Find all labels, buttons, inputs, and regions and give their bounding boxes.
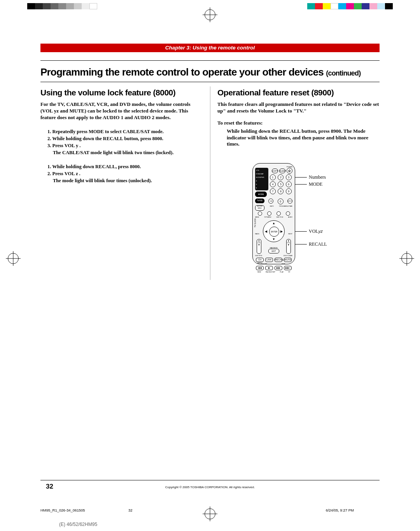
- enter-button: ENTER: [269, 227, 279, 237]
- callout-line: [295, 177, 307, 178]
- reset-step: While holding down the RECALL button, pr…: [217, 128, 380, 148]
- sleep-button: SLEEP: [279, 169, 285, 173]
- column-right: Operational feature reset (8900) This fe…: [210, 86, 380, 280]
- chrtn-button: CH RTN: [256, 258, 264, 262]
- key-100: 100: [268, 199, 273, 204]
- action-menu-button: ACTION MENU: [255, 205, 264, 211]
- key-0: 0: [278, 199, 284, 204]
- key-9: 9: [286, 188, 292, 194]
- swatch: [331, 3, 338, 9]
- ch-rocker: ▲ CH ▼: [257, 239, 261, 254]
- page-title-continued: (continued): [326, 69, 360, 77]
- swatch: [362, 3, 369, 9]
- key-4: 4: [270, 181, 276, 187]
- callout-numbers: Numbers: [309, 174, 326, 180]
- swatch: [58, 3, 66, 9]
- section-intro: For the TV, CABLE/SAT, VCR, and DVD mode…: [40, 101, 203, 121]
- swatch: [323, 3, 331, 9]
- color-button: [276, 211, 281, 216]
- skip-button: ▶▶|: [284, 266, 292, 270]
- swatch: [66, 3, 74, 9]
- footer-file: HM95_R1_026-34_061505: [40, 508, 85, 512]
- page-title: Programming the remote control to operat…: [40, 66, 380, 78]
- arrow-down-icon: ▼: [272, 237, 275, 241]
- divider: [40, 82, 380, 82]
- swatch: [315, 3, 323, 9]
- column-left: Using the volume lock feature (8000) For…: [40, 86, 210, 280]
- footer-divider: [40, 480, 380, 480]
- crosshair-top-icon: [205, 9, 215, 20]
- key-3: 3: [286, 174, 292, 180]
- swatch: [307, 3, 315, 9]
- crosshair-bottom-icon: [205, 508, 215, 519]
- back-label: BACK: [255, 233, 259, 235]
- arrow-up-icon: ▲: [272, 222, 275, 225]
- callout-recall: RECALL: [309, 241, 327, 247]
- divider: [40, 60, 380, 61]
- swatch: [74, 3, 82, 9]
- to-reset-label: To reset the features:: [217, 120, 380, 127]
- link-button: LINK: [265, 258, 273, 262]
- color-button: [267, 211, 271, 216]
- next-label: NEXT: [288, 233, 292, 235]
- step-result: The mode light will blink four times (un…: [40, 177, 203, 184]
- lock-steps: 1. Repeatedly press MODE to select CABLE…: [40, 128, 203, 156]
- unlock-steps: 1. While holding down RECALL, press 8000…: [40, 163, 203, 184]
- callout-line: [295, 244, 307, 244]
- section-heading-reset: Operational feature reset (8900): [217, 88, 380, 97]
- exit-button: EXIT: [268, 249, 279, 253]
- input-button: INPUT: [287, 199, 292, 204]
- key-7: 7: [270, 188, 276, 194]
- arrow-left-icon: ◀: [265, 230, 267, 233]
- ff-button: ▶▶: [275, 266, 282, 270]
- swatch: [51, 3, 58, 9]
- hub-panel: 1:TV 2:CBL/SAT 3:VCR/PVR 4: 5: 6:: [255, 168, 268, 190]
- swatch: [385, 3, 393, 9]
- step: 3. Press VOL y .: [40, 142, 203, 149]
- step: 1. Repeatedly press MODE to select CABLE…: [40, 128, 203, 135]
- swatch: [377, 3, 385, 9]
- chapter-header: Chapter 3: Using the remote control: [40, 44, 380, 52]
- swatch: [43, 3, 51, 9]
- callout-line: [295, 231, 307, 232]
- recall-button: RECALL: [275, 258, 282, 262]
- footer-page-sub: 32: [128, 508, 133, 512]
- tvvid-button: TV/VID: [255, 199, 264, 203]
- copyright: Copyright © 2005 TOSHIBA CORPORATION. Al…: [0, 485, 420, 489]
- footer-date: 6/24/05, 9:27 PM: [326, 508, 354, 512]
- number-keypad: 1 2 3 4 5 6 7 8 9: [270, 174, 292, 194]
- tvguide-label: TV GUIDE: [254, 218, 256, 228]
- step: 2. While holding down the RECALL button,…: [40, 135, 203, 142]
- step: 1. While holding down RECALL, press 8000…: [40, 163, 203, 170]
- swatch: [89, 3, 97, 9]
- swatch: [346, 3, 354, 9]
- remote-illustration: POWER 1:TV 2:CBL/SAT 3:VCR/PVR 4: 5: 6: …: [217, 163, 380, 280]
- play-button: ▶: [265, 266, 273, 270]
- callout-mode: MODE: [309, 181, 322, 187]
- section-heading-volume-lock: Using the volume lock feature (8000): [40, 88, 203, 97]
- rew-button: ◀◀: [256, 266, 264, 270]
- crosshair-left-icon: [8, 253, 19, 264]
- swatch: [82, 3, 89, 9]
- key-1: 1: [270, 174, 276, 180]
- color-button: [258, 211, 262, 216]
- mute-button: MUTE: [284, 258, 292, 262]
- remote-body: POWER 1:TV 2:CBL/SAT 3:VCR/PVR 4: 5: 6: …: [252, 163, 295, 264]
- vol-rocker: ▲ VOL ▼: [286, 239, 291, 254]
- mode-button: MODE: [255, 192, 267, 197]
- callout-line: [295, 184, 307, 185]
- section-intro: This feature clears all programmed featu…: [217, 101, 380, 114]
- key-8: 8: [278, 188, 284, 194]
- color-button: [286, 211, 290, 216]
- key-5: 5: [278, 181, 284, 187]
- cutline: (E) 46/52/62HM95: [59, 522, 97, 527]
- callout-vol: VOLyz: [309, 229, 323, 234]
- key-6: 6: [286, 181, 292, 187]
- swatch: [354, 3, 362, 9]
- crosshair-right-icon: [401, 253, 412, 264]
- swatch: [35, 3, 43, 9]
- power-button: ⏻: [287, 168, 292, 174]
- swatch: [27, 3, 35, 9]
- key-2: 2: [278, 174, 284, 180]
- page-title-main: Programming the remote control to operat…: [40, 66, 324, 78]
